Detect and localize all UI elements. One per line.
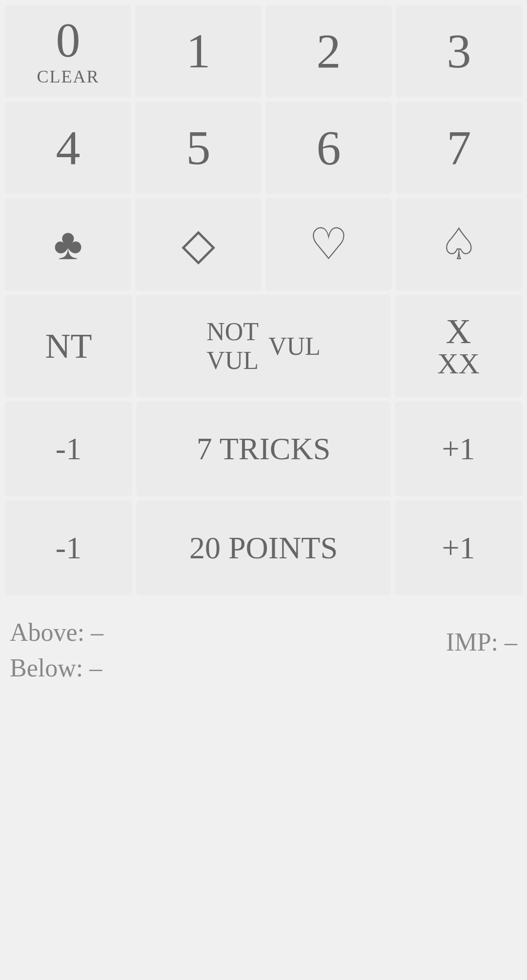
footer-section: Above: – Below: – IMP: – [0, 600, 527, 696]
six-label: 6 [317, 123, 341, 172]
four-label: 4 [56, 123, 81, 172]
btn-tricks-plus[interactable]: +1 [395, 401, 522, 496]
btn-one[interactable]: 1 [135, 5, 262, 98]
points-row: -1 20 POINTS +1 [5, 500, 522, 595]
clubs-icon: ♣ [54, 223, 82, 266]
below-label: Below: – [10, 651, 103, 686]
xx-label: XX [437, 349, 480, 378]
btn-nt[interactable]: NT [5, 295, 132, 397]
tricks-row: -1 7 TRICKS +1 [5, 401, 522, 496]
info-row: Above: – Below: – IMP: – [10, 615, 517, 686]
btn-two[interactable]: 2 [265, 5, 392, 98]
seven-label: 7 [447, 123, 471, 172]
diamonds-icon: ◇ [182, 223, 215, 266]
btn-tricks-center[interactable]: 7 TRICKS [136, 401, 391, 496]
btn-clubs[interactable]: ♣ [5, 198, 131, 291]
tricks-plus-label: +1 [437, 426, 480, 472]
three-label: 3 [447, 27, 471, 76]
above-label: Above: – [10, 615, 103, 651]
btn-not-vul-vul[interactable]: NOTVUL VUL [136, 295, 391, 397]
btn-seven[interactable]: 7 [396, 102, 522, 194]
btn-hearts[interactable]: ♡ [265, 198, 392, 291]
imp-label: IMP: – [446, 628, 517, 656]
btn-spades[interactable]: ♤ [396, 198, 522, 291]
vul-row: NT NOTVUL VUL X XX [5, 295, 522, 397]
btn-three[interactable]: 3 [396, 5, 522, 98]
info-left: Above: – Below: – [10, 615, 103, 686]
zero-label: 0 [56, 16, 81, 64]
one-label: 1 [186, 27, 211, 76]
btn-five[interactable]: 5 [135, 102, 262, 194]
points-minus-label: -1 [51, 525, 86, 571]
btn-zero-clear[interactable]: 0 CLEAR [5, 5, 131, 98]
double-cell: X XX [437, 314, 480, 378]
btn-points-minus[interactable]: -1 [5, 500, 132, 595]
suit-row: ♣ ◇ ♡ ♤ [5, 198, 522, 291]
five-label: 5 [186, 123, 211, 172]
points-plus-label: +1 [437, 525, 480, 571]
tricks-center-label: 7 TRICKS [192, 426, 335, 472]
info-right: IMP: – [446, 615, 517, 660]
not-vul-label: NOTVUL [206, 317, 259, 375]
nt-label: NT [45, 326, 92, 367]
two-label: 2 [317, 27, 341, 76]
spades-icon: ♤ [439, 223, 479, 266]
btn-points-center[interactable]: 20 POINTS [136, 500, 391, 595]
btn-six[interactable]: 6 [265, 102, 392, 194]
hearts-icon: ♡ [309, 223, 348, 266]
btn-double[interactable]: X XX [395, 295, 522, 397]
number-row-2: 4 5 6 7 [5, 102, 522, 194]
points-center-label: 20 POINTS [184, 525, 343, 571]
btn-points-plus[interactable]: +1 [395, 500, 522, 595]
number-row-1: 0 CLEAR 1 2 3 [5, 5, 522, 98]
tricks-minus-label: -1 [51, 426, 86, 472]
btn-diamonds[interactable]: ◇ [135, 198, 262, 291]
vul-label: VUL [268, 332, 321, 361]
x-label: X [446, 314, 471, 349]
btn-four[interactable]: 4 [5, 102, 131, 194]
btn-tricks-minus[interactable]: -1 [5, 401, 132, 496]
vul-center: NOTVUL VUL [206, 317, 321, 375]
clear-label: CLEAR [37, 66, 99, 87]
